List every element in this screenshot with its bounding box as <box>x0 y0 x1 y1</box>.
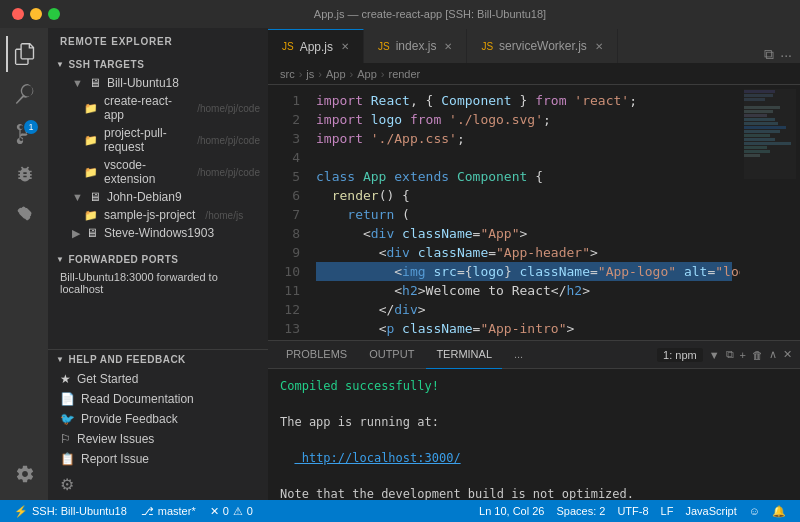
gear-area: ⚙ <box>48 469 268 500</box>
help-report-issue[interactable]: 📋 Report Issue <box>48 449 268 469</box>
doc-icon: 📄 <box>60 392 75 406</box>
gear-icon[interactable]: ⚙ <box>60 475 74 494</box>
panel-tab-problems[interactable]: PROBLEMS <box>276 341 357 369</box>
ssh-folder-vscode-extension[interactable]: 📁 vscode-extension /home/pj/code <box>48 156 268 188</box>
bell-icon: 🔔 <box>772 505 786 518</box>
forwarded-ports-section[interactable]: ▼ Forwarded Ports <box>48 250 268 269</box>
code-editor[interactable]: 12345 678910 1112131415 1617 import Reac… <box>268 85 800 340</box>
breadcrumb: src › js › App › App › render <box>268 63 800 85</box>
activity-explorer[interactable] <box>6 36 42 72</box>
status-spaces[interactable]: Spaces: 2 <box>550 505 611 517</box>
terminal-line-url: http://localhost:3000/ <box>280 449 788 467</box>
ssh-folder-sample-js[interactable]: 📁 sample-js-project /home/js <box>48 206 268 224</box>
status-ssh[interactable]: ⚡ SSH: Bill-Ubuntu18 <box>8 500 133 522</box>
traffic-lights <box>12 8 60 20</box>
smiley-icon: ☺ <box>749 505 760 517</box>
terminal-content[interactable]: Compiled successfully! The app is runnin… <box>268 369 800 500</box>
editor-area: JS App.js ✕ JS index.js ✕ JS serviceWork… <box>268 28 800 500</box>
maximize-button[interactable] <box>48 8 60 20</box>
code-lines[interactable]: import React, { Component } from 'react'… <box>308 85 740 340</box>
code-line-8: <div className="App"> <box>316 224 732 243</box>
code-line-13: <p className="App-intro"> <box>316 319 732 338</box>
activity-source-control[interactable]: 1 <box>6 116 42 152</box>
chevron-down-icon: ▼ <box>56 355 64 364</box>
split-terminal-icon[interactable]: ⧉ <box>726 348 734 361</box>
js-file-icon: JS <box>282 41 294 52</box>
add-terminal-icon[interactable]: + <box>740 349 746 361</box>
status-encoding[interactable]: UTF-8 <box>611 505 654 517</box>
panel-tab-terminal[interactable]: TERMINAL <box>426 341 502 369</box>
twitter-icon: 🐦 <box>60 412 75 426</box>
chevron-up-icon[interactable]: ∧ <box>769 348 777 361</box>
ssh-host-bill[interactable]: ▼ 🖥 Bill-Ubuntu18 <box>48 74 268 92</box>
status-language[interactable]: JavaScript <box>679 505 742 517</box>
chevron-down-icon: ▼ <box>56 60 64 69</box>
js-file-icon: JS <box>481 41 493 52</box>
sidebar-header: Remote Explorer <box>48 28 268 55</box>
line-numbers: 12345 678910 1112131415 1617 <box>268 85 308 340</box>
activity-bar: 1 <box>0 28 48 500</box>
minimize-button[interactable] <box>30 8 42 20</box>
folder-icon: 📁 <box>84 209 98 222</box>
chevron-down-icon: ▼ <box>72 77 83 89</box>
help-get-started[interactable]: ★ Get Started <box>48 369 268 389</box>
code-line-1: import React, { Component } from 'react'… <box>316 91 732 110</box>
window-title: App.js — create-react-app [SSH: Bill-Ubu… <box>72 8 788 20</box>
dropdown-icon[interactable]: ▼ <box>709 349 720 361</box>
ssh-host-john[interactable]: ▼ 🖥 John-Debian9 <box>48 188 268 206</box>
tab-indexjs[interactable]: JS index.js ✕ <box>364 29 467 63</box>
activity-extensions[interactable] <box>6 196 42 232</box>
code-line-12: </div> <box>316 300 732 319</box>
help-review-issues[interactable]: ⚐ Review Issues <box>48 429 268 449</box>
panel-tab-output[interactable]: OUTPUT <box>359 341 424 369</box>
chevron-down-icon: ▼ <box>56 255 64 264</box>
ssh-folder-create-react-app[interactable]: 📁 create-react-app /home/pj/code <box>48 92 268 124</box>
code-line-2: import logo from './logo.svg'; <box>316 110 732 129</box>
trash-icon[interactable]: 🗑 <box>752 349 763 361</box>
help-section-title[interactable]: ▼ Help and Feedback <box>48 350 268 369</box>
code-line-3: import './App.css'; <box>316 129 732 148</box>
terminal-line-blank3 <box>280 467 788 485</box>
tab-close-serviceworker[interactable]: ✕ <box>595 41 603 52</box>
status-line-ending[interactable]: LF <box>655 505 680 517</box>
js-file-icon: JS <box>378 41 390 52</box>
star-icon: ★ <box>60 372 71 386</box>
tab-serviceworker[interactable]: JS serviceWorker.js ✕ <box>467 29 617 63</box>
tab-close-indexjs[interactable]: ✕ <box>444 41 452 52</box>
close-button[interactable] <box>12 8 24 20</box>
warning-icon: ⚠ <box>233 505 243 518</box>
ssh-host-steve[interactable]: ▶ 🖥 Steve-Windows1903 <box>48 224 268 242</box>
close-panel-icon[interactable]: ✕ <box>783 348 792 361</box>
split-editor-button[interactable]: ⧉ <box>764 46 774 63</box>
tab-close-appjs[interactable]: ✕ <box>341 41 349 52</box>
panel: PROBLEMS OUTPUT TERMINAL ... 1: npm ▼ ⧉ … <box>268 340 800 500</box>
activity-search[interactable] <box>6 76 42 112</box>
activity-debug[interactable] <box>6 156 42 192</box>
ssh-folder-project-pull-request[interactable]: 📁 project-pull-request /home/pj/code <box>48 124 268 156</box>
terminal-line-note: Note that the development build is not o… <box>280 485 788 500</box>
help-section: ▼ Help and Feedback ★ Get Started 📄 Read… <box>48 349 268 469</box>
panel-actions: 1: npm ▼ ⧉ + 🗑 ∧ ✕ <box>657 348 792 362</box>
error-icon: ✕ <box>210 505 219 518</box>
status-feedback[interactable]: ☺ <box>743 505 766 517</box>
folder-icon: 📁 <box>84 166 98 179</box>
status-errors[interactable]: ✕ 0 ⚠ 0 <box>204 500 259 522</box>
branch-icon: ⎇ <box>141 505 154 518</box>
tab-appjs[interactable]: JS App.js ✕ <box>268 29 364 63</box>
ssh-targets-section[interactable]: ▼ SSH Targets <box>48 55 268 74</box>
panel-tab-more[interactable]: ... <box>504 341 533 369</box>
status-bell[interactable]: 🔔 <box>766 505 792 518</box>
remote-icon: ⚡ <box>14 505 28 518</box>
help-feedback[interactable]: 🐦 Provide Feedback <box>48 409 268 429</box>
code-line-4 <box>316 148 732 167</box>
status-position[interactable]: Ln 10, Col 26 <box>473 505 550 517</box>
activity-settings[interactable] <box>6 456 42 492</box>
terminal-line-running: The app is running at: <box>280 413 788 431</box>
status-right: Ln 10, Col 26 Spaces: 2 UTF-8 LF JavaScr… <box>473 505 792 518</box>
flag-icon: ⚐ <box>60 432 71 446</box>
more-tabs-button[interactable]: ··· <box>780 47 792 63</box>
monitor-icon: 🖥 <box>89 76 101 90</box>
chevron-down-icon: ▼ <box>72 191 83 203</box>
status-branch[interactable]: ⎇ master* <box>135 500 202 522</box>
help-read-docs[interactable]: 📄 Read Documentation <box>48 389 268 409</box>
